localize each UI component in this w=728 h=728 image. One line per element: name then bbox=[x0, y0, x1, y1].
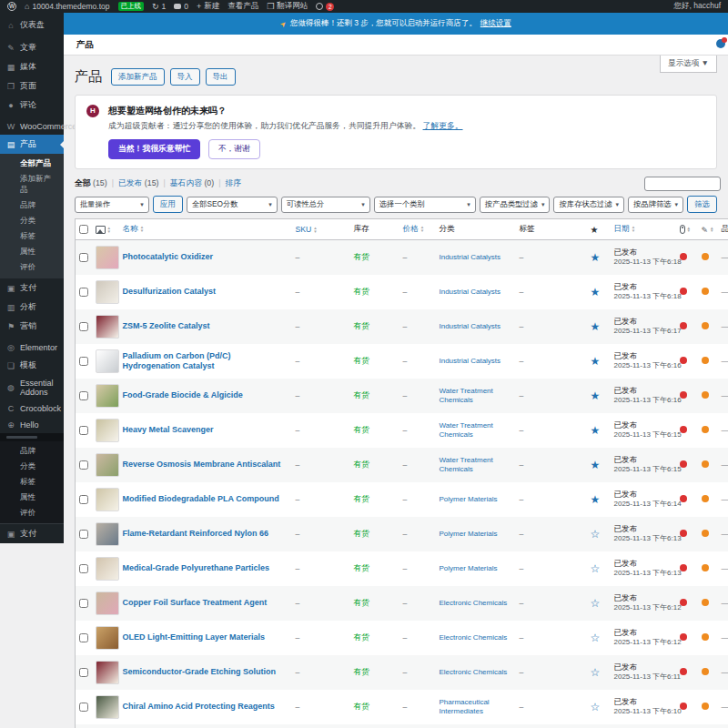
filter-button[interactable]: 筛选 bbox=[687, 196, 717, 213]
submenu-item[interactable]: 标签 bbox=[0, 228, 64, 244]
featured-star-toggle[interactable]: ☆ bbox=[591, 528, 601, 541]
row-checkbox[interactable] bbox=[79, 322, 88, 331]
sidebar-item-elementor[interactable]: ◎Elementor bbox=[0, 339, 64, 356]
view-基石内容[interactable]: 基石内容 (0) bbox=[170, 178, 214, 189]
col-header-name[interactable]: 名称▲▼ bbox=[119, 219, 292, 240]
sidebar-item-hello[interactable]: ⊕Hello bbox=[0, 417, 64, 433]
category-link[interactable]: Industrial Catalysts bbox=[440, 288, 501, 297]
submenu-item[interactable]: 分类 bbox=[0, 213, 64, 228]
readability-filter[interactable]: 可读性总分▾ bbox=[281, 197, 370, 213]
bulk-actions-select[interactable]: 批量操作 ▾ bbox=[75, 197, 149, 213]
plugin-notifications[interactable]: 2 bbox=[316, 3, 334, 11]
sidebar-item-essential-addons[interactable]: ◍Essential Addons bbox=[0, 375, 64, 400]
featured-star-toggle[interactable]: ★ bbox=[591, 320, 601, 333]
product-name-link[interactable]: Flame-Retardant Reinforced Nylon 66 bbox=[123, 529, 269, 539]
sidebar-item-templates[interactable]: ❏模板 bbox=[0, 356, 64, 375]
product-name-link[interactable]: Copper Foil Surface Treatment Agent bbox=[123, 598, 268, 608]
category-link[interactable]: Electronic Chemicals bbox=[440, 599, 508, 608]
view-全部[interactable]: 全部 (15) bbox=[75, 178, 107, 189]
new-content-link[interactable]: + 新建 bbox=[197, 1, 219, 12]
featured-star-toggle[interactable]: ★ bbox=[591, 459, 601, 471]
row-checkbox[interactable] bbox=[79, 668, 88, 677]
featured-star-toggle[interactable]: ☆ bbox=[591, 701, 601, 713]
sidebar-item-products[interactable]: ▤产品 bbox=[0, 135, 64, 154]
translate-site-link[interactable]: ❒ 翻译网站 bbox=[267, 1, 308, 12]
product-name-link[interactable]: Reverse Osmosis Membrane Antiscalant bbox=[123, 460, 281, 470]
sidebar-item-posts[interactable]: ✎文章 bbox=[0, 38, 64, 57]
col-header-image[interactable]: ▲▼ bbox=[92, 219, 119, 240]
product-name-link[interactable]: Heavy Metal Scavenger bbox=[123, 425, 214, 435]
product-thumbnail[interactable] bbox=[96, 419, 119, 442]
featured-star-toggle[interactable]: ★ bbox=[591, 286, 601, 298]
row-checkbox[interactable] bbox=[79, 599, 88, 608]
product-name-link[interactable]: Semiconductor-Grade Etching Solution bbox=[123, 667, 277, 677]
product-thumbnail[interactable] bbox=[96, 557, 119, 581]
product-name-link[interactable]: Desulfurization Catalyst bbox=[123, 287, 217, 297]
col-header-seo[interactable]: ▲▼ bbox=[676, 219, 698, 240]
learn-more-link[interactable]: 了解更多。 bbox=[423, 121, 463, 130]
submenu-item[interactable]: 品牌 bbox=[0, 197, 64, 213]
add-product-button[interactable]: 添加新产品 bbox=[111, 68, 165, 86]
sidebar-item-payments[interactable]: ▣支付 bbox=[0, 278, 64, 298]
row-checkbox[interactable] bbox=[79, 633, 88, 642]
updates-link[interactable]: ↻ 1 bbox=[152, 2, 166, 11]
product-name-link[interactable]: Medical-Grade Polyurethane Particles bbox=[123, 563, 270, 573]
category-link[interactable]: Polymer Materials bbox=[440, 530, 498, 539]
screen-options-tab[interactable]: 显示选项 ▼ bbox=[660, 56, 717, 73]
col-header-date[interactable]: 日期▲▼ bbox=[611, 219, 676, 240]
col-header-sku[interactable]: SKU▲▼ bbox=[292, 219, 350, 240]
row-checkbox[interactable] bbox=[79, 495, 88, 504]
product-type-filter[interactable]: 按产品类型过滤▾ bbox=[480, 197, 551, 213]
brand-filter[interactable]: 按品牌筛选▾ bbox=[628, 197, 683, 213]
comments-link[interactable]: 0 bbox=[174, 2, 188, 11]
product-thumbnail[interactable] bbox=[96, 349, 119, 373]
category-link[interactable]: Electronic Chemicals bbox=[440, 633, 508, 642]
category-filter[interactable]: 选择一个类别▾ bbox=[374, 197, 476, 213]
howdy-account-link[interactable]: 您好, hacchuf bbox=[674, 1, 722, 12]
submenu-item[interactable]: 全部产品 bbox=[0, 156, 64, 171]
row-checkbox[interactable] bbox=[79, 391, 88, 400]
sidebar-item-woocommerce[interactable]: WWooCommerce bbox=[0, 118, 64, 135]
import-button[interactable]: 导入 bbox=[170, 68, 200, 86]
category-link[interactable]: Industrial Catalysts bbox=[440, 322, 501, 331]
category-link[interactable]: Water Treatment Chemicals bbox=[440, 387, 512, 406]
survey-decline-button[interactable]: 不，谢谢 bbox=[208, 139, 260, 159]
category-link[interactable]: Polymer Materials bbox=[440, 564, 498, 573]
select-all-checkbox[interactable] bbox=[79, 225, 88, 234]
product-name-link[interactable]: OLED Light-Emitting Layer Materials bbox=[123, 632, 266, 642]
featured-star-toggle[interactable]: ☆ bbox=[591, 562, 601, 575]
product-thumbnail[interactable] bbox=[96, 453, 119, 477]
survey-accept-button[interactable]: 当然！我很乐意帮忙 bbox=[108, 139, 200, 159]
search-products-input[interactable] bbox=[644, 177, 721, 191]
row-checkbox[interactable] bbox=[79, 703, 88, 712]
submenu-item[interactable]: 添加新产品 bbox=[0, 171, 64, 197]
view-已发布[interactable]: 已发布 (15) bbox=[118, 178, 159, 189]
activity-panel-icon[interactable] bbox=[716, 39, 725, 48]
category-link[interactable]: Industrial Catalysts bbox=[440, 253, 501, 262]
col-header-cb[interactable] bbox=[76, 219, 92, 240]
row-checkbox[interactable] bbox=[79, 530, 88, 539]
view-排序[interactable]: 排序 bbox=[226, 178, 242, 189]
featured-star-toggle[interactable]: ☆ bbox=[591, 597, 601, 610]
featured-star-toggle[interactable]: ★ bbox=[591, 355, 601, 368]
row-checkbox[interactable] bbox=[79, 288, 88, 297]
row-checkbox[interactable] bbox=[79, 460, 88, 470]
product-thumbnail[interactable] bbox=[96, 661, 119, 684]
featured-star-toggle[interactable]: ★ bbox=[591, 424, 601, 437]
sidebar-item-marketing[interactable]: ⚑营销 bbox=[0, 317, 64, 336]
product-thumbnail[interactable] bbox=[96, 488, 119, 511]
col-header-readability[interactable]: ✎▲▼ bbox=[698, 219, 718, 240]
category-link[interactable]: Electronic Chemicals bbox=[440, 668, 508, 677]
featured-star-toggle[interactable]: ☆ bbox=[591, 632, 601, 644]
row-checkbox[interactable] bbox=[79, 564, 88, 573]
featured-star-toggle[interactable]: ★ bbox=[591, 251, 601, 264]
category-link[interactable]: Water Treatment Chemicals bbox=[440, 421, 512, 440]
product-thumbnail[interactable] bbox=[96, 246, 119, 269]
wordpress-logo-icon[interactable]: W bbox=[7, 2, 16, 11]
product-name-link[interactable]: Photocatalytic Oxidizer bbox=[123, 252, 214, 262]
category-link[interactable]: Water Treatment Chemicals bbox=[440, 456, 512, 475]
product-name-link[interactable]: Modified Biodegradable PLA Compound bbox=[123, 494, 279, 504]
stock-status-filter[interactable]: 按库存状态过滤▾ bbox=[553, 197, 624, 213]
product-name-link[interactable]: ZSM-5 Zeolite Catalyst bbox=[123, 321, 210, 331]
sidebar-item-dashboard[interactable]: ⌂仪表盘 bbox=[0, 15, 64, 35]
